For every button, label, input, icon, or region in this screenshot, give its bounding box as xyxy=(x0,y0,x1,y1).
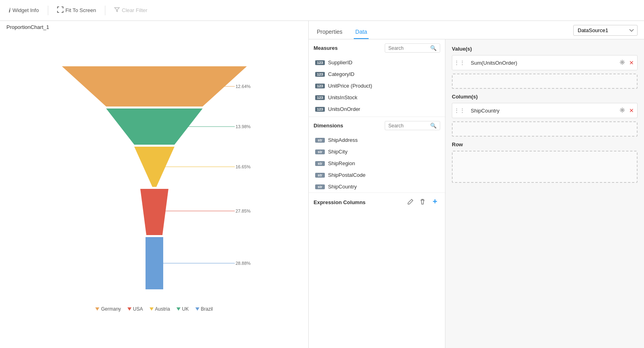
svg-text:12.64%: 12.64% xyxy=(236,84,251,89)
chart-legend: Germany USA Austria UK xyxy=(50,306,259,312)
expression-edit-button[interactable] xyxy=(406,198,415,207)
units-on-order-label: UnitsOnOrder xyxy=(328,106,360,112)
filter-icon xyxy=(114,7,120,14)
measures-list: 123 SupplierID 123 CategoryID 123 UnitPr… xyxy=(309,57,445,115)
fit-to-screen-label: Fit To Screen xyxy=(66,7,96,13)
ship-region-type-badge: str xyxy=(315,161,325,166)
field-ship-address[interactable]: str ShipAddress xyxy=(309,134,445,146)
field-supplier-id[interactable]: 123 SupplierID xyxy=(309,57,445,68)
columns-settings-button[interactable] xyxy=(618,106,627,115)
svg-text:13.98%: 13.98% xyxy=(236,124,251,129)
expression-columns-title: Expression Columns xyxy=(314,199,365,205)
field-unit-price[interactable]: 123 UnitPrice (Product) xyxy=(309,80,445,92)
tab-bar: Properties Data DataSource1 DataSource2 xyxy=(309,21,644,39)
row-section-title: Row xyxy=(452,141,638,147)
expression-delete-button[interactable] xyxy=(418,198,427,207)
clear-filter-label: Clear Filter xyxy=(122,7,148,13)
dimensions-title: Dimensions xyxy=(314,123,343,129)
values-delete-button[interactable]: ✕ xyxy=(628,59,636,67)
fields-panel: Measures 🔍 123 SupplierID 123 CategoryID xyxy=(309,39,445,348)
info-icon: i xyxy=(9,7,10,14)
ship-city-label: ShipCity xyxy=(328,149,347,155)
ship-postal-code-label: ShipPostalCode xyxy=(328,172,365,178)
austria-triangle-icon xyxy=(150,307,154,311)
datasource-dropdown[interactable]: DataSource1 DataSource2 xyxy=(573,25,638,36)
widget-info-button[interactable]: i Widget Info xyxy=(6,6,41,15)
legend-brazil: Brazil xyxy=(195,306,213,312)
ship-city-type-badge: str xyxy=(315,149,325,154)
ship-country-label: ShipCountry xyxy=(328,184,357,190)
field-ship-postal-code[interactable]: str ShipPostalCode xyxy=(309,169,445,181)
field-ship-city[interactable]: str ShipCity xyxy=(309,146,445,158)
separator-2 xyxy=(105,6,105,15)
widget-info-label: Widget Info xyxy=(12,7,39,13)
ship-country-type-badge: str xyxy=(315,184,325,189)
values-empty-slot xyxy=(452,74,638,89)
measures-search-icon: 🔍 xyxy=(430,45,437,51)
columns-field-tag: ShipCountry xyxy=(467,105,616,117)
svg-marker-3 xyxy=(140,189,168,235)
ship-address-label: ShipAddress xyxy=(328,137,358,143)
ship-address-type-badge: str xyxy=(315,138,325,143)
legend-usa-label: USA xyxy=(133,306,143,312)
svg-text:16.65%: 16.65% xyxy=(236,164,251,169)
measures-header: Measures 🔍 xyxy=(309,39,445,57)
clear-filter-button[interactable]: Clear Filter xyxy=(112,5,150,15)
legend-uk: UK xyxy=(176,306,189,312)
unit-price-type-badge: 123 xyxy=(315,84,325,88)
columns-drag-handle[interactable]: ⋮⋮ xyxy=(452,106,467,115)
fit-to-screen-button[interactable]: Fit To Screen xyxy=(55,5,98,16)
measures-title: Measures xyxy=(314,45,338,51)
funnel-chart: 12.64% 13.98% 16.65% 27.85% 28.88% xyxy=(50,66,259,303)
field-units-in-stock[interactable]: 123 UnitsInStock xyxy=(309,92,445,103)
dimensions-search-icon: 🔍 xyxy=(430,123,437,129)
germany-triangle-icon xyxy=(95,307,99,311)
brazil-triangle-icon xyxy=(195,307,199,311)
unit-price-label: UnitPrice (Product) xyxy=(328,83,372,89)
svg-text:27.85%: 27.85% xyxy=(236,209,251,213)
dimensions-search-input[interactable] xyxy=(388,123,429,129)
field-category-id[interactable]: 123 CategoryID xyxy=(309,68,445,80)
row-field-slot xyxy=(452,151,638,183)
properties-panel: Value(s) ⋮⋮ Sum(UnitsOnOrder) ✕ xyxy=(445,39,644,348)
supplier-id-type-badge: 123 xyxy=(315,60,325,65)
expression-add-button[interactable] xyxy=(430,197,440,208)
uk-triangle-icon xyxy=(176,307,180,311)
legend-uk-label: UK xyxy=(182,306,189,312)
chart-area: 12.64% 13.98% 16.65% 27.85% 28.88% xyxy=(0,33,308,348)
values-section-title: Value(s) xyxy=(452,46,638,52)
legend-germany-label: Germany xyxy=(101,306,121,312)
columns-field-slot: ⋮⋮ ShipCountry ✕ xyxy=(452,103,638,118)
tab-properties[interactable]: Properties xyxy=(315,25,344,39)
field-ship-country[interactable]: str ShipCountry xyxy=(309,181,445,192)
values-field-slot: ⋮⋮ Sum(UnitsOnOrder) ✕ xyxy=(452,55,638,70)
units-in-stock-type-badge: 123 xyxy=(315,95,325,100)
chart-panel: ProportionChart_1 xyxy=(0,21,309,348)
dimensions-list: str ShipAddress str ShipCity str ShipReg… xyxy=(309,134,445,192)
ship-region-label: ShipRegion xyxy=(328,160,355,166)
measures-search-input[interactable] xyxy=(388,45,429,51)
tab-data[interactable]: Data xyxy=(354,25,369,39)
right-panel: Properties Data DataSource1 DataSource2 … xyxy=(309,21,644,348)
measures-search-box[interactable]: 🔍 xyxy=(385,43,440,53)
category-id-label: CategoryID xyxy=(328,71,355,77)
legend-austria: Austria xyxy=(150,306,170,312)
columns-field-actions: ✕ xyxy=(616,105,637,117)
datasource-selector: DataSource1 DataSource2 xyxy=(573,25,638,36)
values-drag-handle[interactable]: ⋮⋮ xyxy=(452,58,467,68)
expression-columns-header: Expression Columns xyxy=(309,192,445,212)
svg-text:28.88%: 28.88% xyxy=(236,261,251,266)
panel-content: Measures 🔍 123 SupplierID 123 CategoryID xyxy=(309,39,644,348)
supplier-id-label: SupplierID xyxy=(328,59,353,66)
values-settings-button[interactable] xyxy=(618,59,627,67)
columns-section-title: Column(s) xyxy=(452,94,638,100)
ship-postal-code-type-badge: str xyxy=(315,173,325,178)
field-units-on-order[interactable]: 123 UnitsOnOrder xyxy=(309,103,445,115)
main-content: ProportionChart_1 xyxy=(0,21,644,348)
separator-1 xyxy=(48,6,48,15)
legend-usa: USA xyxy=(127,306,143,312)
columns-delete-button[interactable]: ✕ xyxy=(628,106,636,115)
field-ship-region[interactable]: str ShipRegion xyxy=(309,158,445,169)
legend-austria-label: Austria xyxy=(155,306,170,312)
dimensions-search-box[interactable]: 🔍 xyxy=(385,121,440,130)
